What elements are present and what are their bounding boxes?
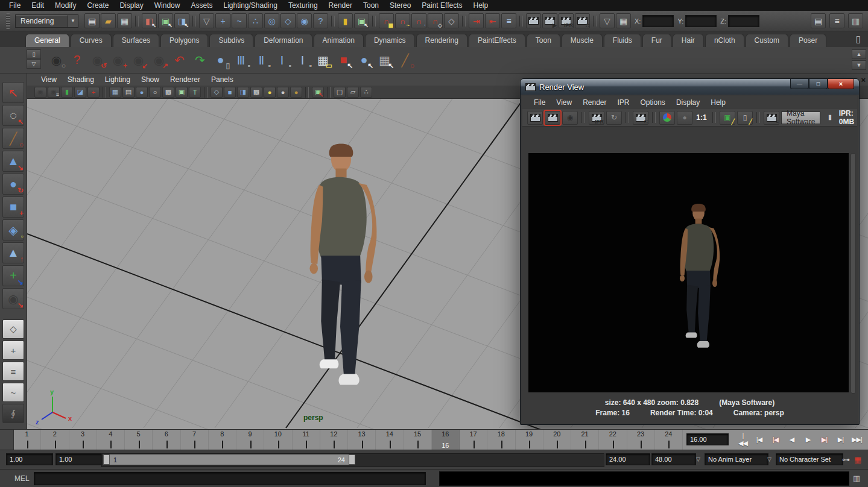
time-slider-grip[interactable] [0, 430, 14, 450]
toolbar-icon[interactable] [331, 16, 335, 27]
smooth-shade-icon[interactable]: ■ [224, 87, 236, 98]
toolbar-icon[interactable] [519, 16, 523, 27]
shelf-tab[interactable]: Muscle [562, 34, 603, 47]
classic-toolbox-icon[interactable]: ∮ [2, 404, 24, 423]
snap-magnet-grid-icon[interactable]: ∩ [379, 13, 394, 28]
shelf-tab[interactable]: nCloth [705, 34, 744, 47]
render-view-icon[interactable] [581, 112, 585, 123]
highlight-selection-icon[interactable]: ▣ [312, 87, 324, 98]
menubar-item[interactable]: Edit [26, 0, 49, 11]
quick-help-icon[interactable]: ? [313, 13, 328, 28]
snap-to-grids-icon[interactable]: + [215, 13, 230, 28]
menubar-item[interactable]: Paint Effects [416, 0, 467, 11]
gate-mask-icon[interactable]: ○ [149, 87, 161, 98]
shading-group-three-icon[interactable]: Ⅲ [232, 51, 250, 69]
plugin-display-icon[interactable]: ∴ [360, 87, 372, 98]
panel-menu-item[interactable]: Panels [206, 75, 239, 84]
absolute-relative-toggle-icon[interactable]: ▦ [616, 13, 631, 28]
shelf-tab[interactable]: Polygons [160, 34, 208, 47]
render-view-icon[interactable] [626, 112, 629, 123]
panel-icon[interactable] [327, 87, 331, 98]
lasso-select-tool-icon[interactable]: ◌ [2, 105, 24, 126]
step-forward-frame-button[interactable]: ▶| [833, 432, 848, 447]
camera-attributes-icon[interactable]: ◉ [48, 87, 60, 98]
list-input-operations-icon[interactable]: ≡ [501, 13, 516, 28]
remove-image-icon[interactable]: ▯ [737, 111, 753, 125]
panel-menu-item[interactable]: Renderer [165, 75, 206, 84]
snap-to-view-planes-icon[interactable]: ◇ [280, 13, 296, 28]
inputs-to-selected-icon[interactable]: ⇥ [469, 13, 484, 28]
snap-magnet-plane-icon[interactable]: ∩ [428, 13, 443, 28]
toolbar-grip[interactable] [6, 13, 10, 29]
timeline-frame[interactable]: 6 [153, 430, 180, 450]
hypershade-window-icon[interactable]: ▦ [314, 51, 332, 69]
snap-to-points-icon[interactable]: ∴ [248, 13, 263, 28]
animation-preferences-icon[interactable]: ▦ [854, 455, 861, 464]
auto-keyframe-icon[interactable]: ⊶ [842, 455, 850, 464]
batch-render-camera-icon[interactable]: ◉ [109, 51, 127, 69]
safe-action-icon[interactable]: ▣ [176, 87, 188, 98]
timeline-frame[interactable]: 3 [69, 430, 97, 450]
menubar-item[interactable]: Toon [358, 0, 384, 11]
select-tool-icon[interactable]: ↖ [2, 82, 24, 103]
current-time-field[interactable]: 16.00 [686, 433, 729, 445]
shelf-tab[interactable]: Hair [673, 34, 704, 47]
panel-icon[interactable] [305, 87, 309, 98]
play-forwards-button[interactable]: ▶ [800, 432, 816, 447]
persp-outliner-layout-icon[interactable]: ≡ [2, 362, 24, 381]
film-gate-icon[interactable]: ▤ [122, 87, 135, 98]
xray-icon[interactable]: ▱ [347, 87, 359, 98]
resolution-gate-icon[interactable]: ● [136, 87, 148, 98]
bookmarks-icon[interactable]: ▮ [61, 87, 73, 98]
make-live-icon[interactable]: ◉ [297, 13, 312, 28]
shelf-tab[interactable]: Fur [642, 34, 671, 47]
step-back-key-button[interactable]: |◀ [768, 432, 783, 447]
timeline-frame[interactable]: 10 [264, 430, 292, 450]
shading-group-one-icon[interactable]: Ⅰ [273, 51, 291, 69]
lighting-default-icon[interactable]: ● [277, 87, 289, 98]
lighting-all-icon[interactable]: ● [264, 87, 276, 98]
shelf-tab[interactable]: Dynamics [365, 34, 415, 47]
render-view-menu-item[interactable]: File [528, 98, 551, 107]
coord-mode-arrow-icon[interactable]: ▽ [600, 13, 615, 28]
use-default-material-icon[interactable]: ▩ [250, 87, 262, 98]
timeline-frame[interactable]: 24 [655, 430, 683, 450]
menubar-item[interactable]: Render [323, 0, 358, 11]
character-model[interactable] [287, 137, 396, 410]
menubar-item[interactable]: Texturing [283, 0, 323, 11]
step-forward-key-button[interactable]: ▶| [817, 432, 832, 447]
command-language-toggle[interactable]: MEL [14, 474, 30, 483]
panel-icon[interactable] [204, 87, 207, 98]
rotate-tool-icon[interactable]: ● [2, 174, 24, 195]
x-coordinate-field[interactable] [642, 15, 674, 27]
undo-icon[interactable]: ↶ [170, 51, 189, 69]
show-attribute-editor-icon[interactable]: ▤ [811, 13, 826, 28]
menubar-item[interactable]: Lighting/Shading [218, 0, 282, 11]
alpha-channel-icon[interactable]: ● [677, 111, 692, 125]
snap-to-curves-icon[interactable]: ~ [232, 13, 247, 28]
open-render-settings-icon[interactable] [764, 111, 779, 125]
timeline-frame[interactable]: 8 [209, 430, 236, 450]
render-view-icon[interactable] [712, 112, 716, 123]
render-view-menu-item[interactable]: Display [671, 98, 705, 107]
animation-start-field[interactable]: 1.00 [6, 453, 53, 465]
range-start-handle[interactable] [103, 454, 110, 465]
y-coordinate-field[interactable] [685, 15, 717, 27]
render-current-frame-icon[interactable] [542, 13, 557, 28]
keep-image-icon[interactable]: ▣ [720, 111, 735, 125]
assign-default-material-icon[interactable]: ▦ [375, 51, 394, 69]
render-view-menu-item[interactable]: Help [705, 98, 731, 107]
persp-graph-layout-icon[interactable]: ~ [2, 383, 24, 402]
shelf-arrow-button[interactable]: ▽ [27, 59, 41, 69]
timeline-frame[interactable]: 21 [571, 430, 599, 450]
anim-layer-arrow-icon[interactable]: ▽ [696, 456, 700, 462]
maximize-button[interactable]: □ [809, 79, 828, 89]
playback-end-field[interactable]: 24.00 [606, 453, 650, 465]
shelf-tab[interactable]: Rendering [416, 34, 467, 47]
soft-modification-tool-icon[interactable]: ▲ [2, 242, 24, 263]
toolbar-icon[interactable] [192, 16, 196, 27]
panel-icon[interactable] [103, 87, 106, 98]
shelf-tab[interactable]: Animation [314, 34, 364, 47]
range-end-handle[interactable] [349, 454, 355, 465]
timeline-frame[interactable]: 16 16 [432, 430, 460, 450]
